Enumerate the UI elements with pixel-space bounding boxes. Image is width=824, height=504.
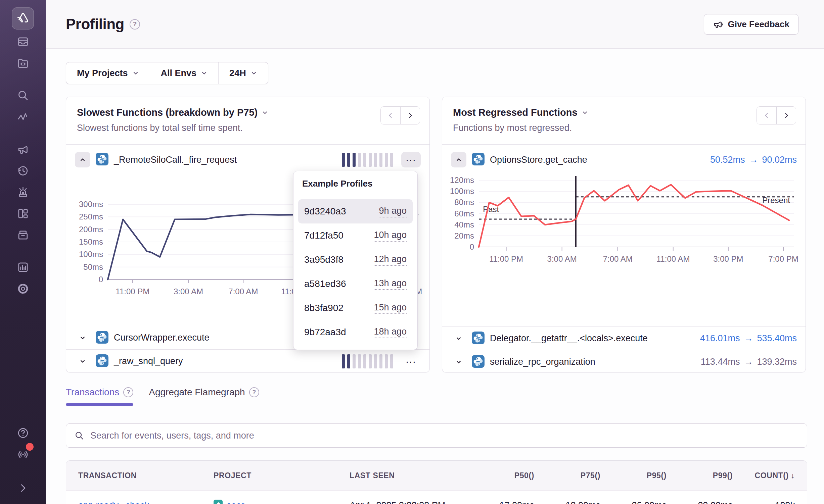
column-header-p50[interactable]: P50()	[514, 471, 534, 480]
tab-transactions[interactable]: Transactions ?	[66, 387, 133, 406]
project-cell[interactable]: seer	[214, 500, 350, 504]
next-page-button[interactable]	[400, 107, 420, 124]
column-header-project[interactable]: PROJECT	[214, 471, 350, 480]
more-options-button[interactable]: ...	[401, 152, 421, 167]
chevron-down-icon	[201, 70, 208, 77]
profile-id[interactable]: 8b3fa902	[304, 303, 344, 313]
chevron-down-icon	[132, 70, 139, 77]
expand-row-button[interactable]	[451, 354, 466, 370]
example-profile-item[interactable]: 3a95d3f812h ago	[298, 248, 413, 272]
feedback-icon[interactable]	[13, 140, 32, 158]
svg-text:3:00 PM: 3:00 PM	[713, 254, 743, 263]
example-profile-item[interactable]: 7d12fa5010h ago	[298, 223, 413, 248]
regression-metrics[interactable]: 50.52ms→90.02ms	[710, 155, 797, 165]
column-header-transaction[interactable]: TRANSACTION	[78, 471, 214, 480]
column-header-p99[interactable]: P99()	[713, 471, 733, 480]
profile-age-link[interactable]: 9h ago	[379, 206, 407, 217]
content: My Projects All Envs 24H Slowest Functio…	[46, 49, 824, 504]
p50-value: 17.00ms	[499, 500, 534, 504]
expand-row-button[interactable]	[451, 331, 466, 346]
function-name[interactable]: Delegator.__getattr__.<locals>.execute	[490, 333, 648, 344]
search-icon[interactable]	[13, 86, 32, 105]
help-icon[interactable]	[13, 423, 32, 442]
function-name[interactable]: _RemoteSiloCall._fire_request	[114, 155, 237, 165]
whats-new-icon[interactable]	[13, 445, 32, 464]
python-icon	[472, 153, 485, 167]
svg-text:3:00 AM: 3:00 AM	[174, 287, 203, 296]
profile-age-link[interactable]: 18h ago	[374, 326, 407, 338]
profile-id[interactable]: 9d3240a3	[304, 206, 346, 217]
collapse-row-button[interactable]	[451, 152, 466, 167]
profile-age-link[interactable]: 13h ago	[374, 278, 407, 290]
profile-age-link[interactable]: 15h ago	[374, 302, 407, 314]
column-header-lastseen[interactable]: LAST SEEN	[350, 471, 494, 480]
column-header-p95[interactable]: P95()	[647, 471, 667, 480]
sentry-logo[interactable]	[12, 7, 34, 30]
function-name[interactable]: _raw_snql_query	[114, 356, 183, 366]
dashboards-icon[interactable]	[13, 204, 32, 223]
issues-icon[interactable]	[13, 32, 32, 51]
search-input[interactable]	[90, 431, 799, 441]
releases-icon[interactable]	[13, 225, 32, 244]
most-regressed-subtitle: Functions by most regressed.	[453, 123, 795, 133]
column-header-count[interactable]: COUNT()↓	[755, 471, 795, 480]
prev-page-button[interactable]	[757, 107, 776, 124]
alerts-icon[interactable]	[13, 183, 32, 201]
regression-line-chart: 020ms40ms60ms80ms100ms120ms11:00 PM3:00 …	[453, 175, 795, 326]
example-profiles-list: 9d3240a39h ago7d12fa5010h ago3a95d3f812h…	[293, 195, 417, 350]
svg-text:0: 0	[99, 275, 103, 284]
more-options-button[interactable]: ...	[401, 354, 421, 369]
profile-id[interactable]: 7d12fa50	[304, 230, 344, 241]
profile-id[interactable]: a581ed36	[304, 279, 346, 289]
collapse-row-button[interactable]	[75, 152, 90, 167]
collapse-sidebar-icon[interactable]	[13, 478, 32, 497]
chevron-down-icon	[250, 70, 257, 77]
svg-text:100ms: 100ms	[450, 187, 474, 196]
profile-age-link[interactable]: 12h ago	[374, 254, 407, 266]
function-name[interactable]: CursorWrapper.execute	[114, 333, 210, 343]
tab-aggregate-flamegraph-label: Aggregate Flamegraph	[149, 387, 245, 398]
settings-icon[interactable]	[13, 279, 32, 298]
svg-text:3:00 AM: 3:00 AM	[547, 254, 577, 263]
replays-icon[interactable]	[13, 161, 32, 180]
arrow-right-icon: →	[744, 333, 753, 344]
function-row: _raw_snql_query...	[66, 349, 429, 373]
performance-icon[interactable]	[13, 107, 32, 126]
projects-icon[interactable]	[13, 54, 32, 72]
p75-gauge	[342, 153, 393, 167]
profile-id[interactable]: 9b72aa3d	[304, 327, 346, 338]
regression-metrics[interactable]: 416.01ms→535.40ms	[700, 333, 797, 344]
transactions-help-icon[interactable]: ?	[123, 387, 133, 397]
function-name[interactable]: OptionsStore.get_cache	[490, 155, 587, 165]
transaction-link[interactable]: app.ready._check	[78, 500, 214, 504]
example-profile-item[interactable]: 9b72aa3d18h ago	[298, 320, 413, 344]
date-range-filter[interactable]: 24H	[218, 62, 268, 84]
svg-text:100ms: 100ms	[79, 250, 103, 259]
slowest-functions-title[interactable]: Slowest Functions (breakdown by P75)	[77, 107, 268, 118]
example-profile-item[interactable]: 8b3fa90215h ago	[298, 296, 413, 320]
profile-age-link[interactable]: 10h ago	[374, 230, 407, 242]
next-page-button[interactable]	[776, 107, 796, 124]
environment-filter[interactable]: All Envs	[150, 62, 219, 84]
regressed-pager	[757, 106, 796, 124]
table-row: app.ready._checkseerApr 1, 2025 9:28:38 …	[66, 491, 807, 504]
expand-row-button[interactable]	[75, 354, 90, 369]
tab-aggregate-flamegraph[interactable]: Aggregate Flamegraph ?	[149, 387, 259, 406]
flamegraph-help-icon[interactable]: ?	[249, 387, 259, 397]
most-regressed-title[interactable]: Most Regressed Functions	[453, 107, 588, 118]
regression-metrics[interactable]: 113.44ms→139.32ms	[701, 357, 797, 367]
function-name[interactable]: serialize_rpc_organization	[490, 357, 595, 367]
column-header-p75[interactable]: P75()	[581, 471, 600, 480]
chevron-down-icon	[582, 109, 588, 116]
project-filter[interactable]: My Projects	[66, 62, 150, 84]
arrow-right-icon: →	[744, 357, 753, 367]
example-profile-item[interactable]: a581ed3613h ago	[298, 272, 413, 296]
expand-row-button[interactable]	[75, 330, 90, 346]
example-profile-item[interactable]: 9d3240a39h ago	[298, 199, 413, 223]
give-feedback-button[interactable]: Give Feedback	[704, 14, 798, 35]
svg-text:20ms: 20ms	[454, 231, 474, 240]
profile-id[interactable]: 3a95d3f8	[304, 254, 344, 265]
stats-icon[interactable]	[13, 258, 32, 276]
prev-page-button[interactable]	[381, 107, 400, 124]
page-help-icon[interactable]: ?	[130, 19, 140, 30]
